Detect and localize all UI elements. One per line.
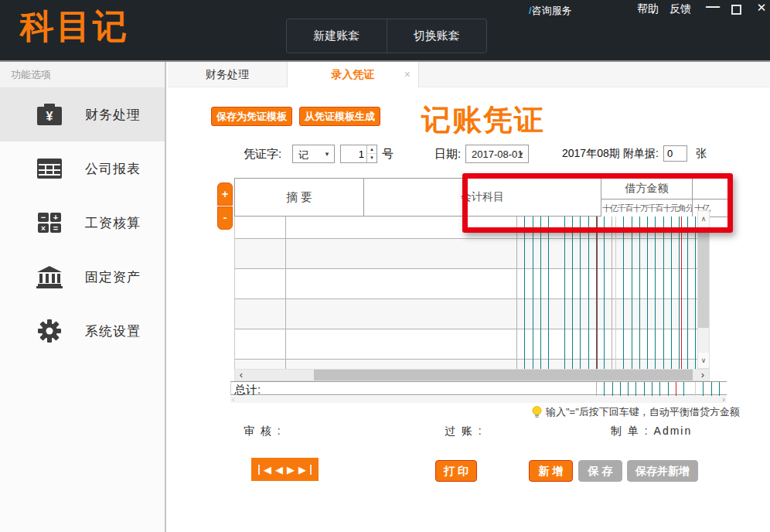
tab-label: 录入凭证 bbox=[332, 68, 375, 82]
bank-icon bbox=[36, 264, 63, 289]
period-text: 2017年08期 bbox=[562, 147, 620, 161]
column-header-credit-partial bbox=[692, 178, 731, 200]
cash-icon: ¥ bbox=[36, 102, 63, 127]
titlebar: 科目记 新建账套 切换账套 /咨询服务 帮助 反馈 — ✕ bbox=[0, 0, 770, 62]
sidebar-item-settings[interactable]: 系统设置 bbox=[0, 304, 165, 358]
gear-icon bbox=[36, 319, 63, 343]
last-record-icon[interactable]: ▶ bbox=[298, 465, 306, 475]
prev-record-icon[interactable]: ◀ bbox=[275, 465, 283, 475]
post-label: 过 账 : bbox=[445, 425, 483, 438]
spinner-up-icon[interactable]: ▲ bbox=[367, 145, 376, 154]
voucher-number-input[interactable] bbox=[341, 145, 366, 162]
total-row: 总计: bbox=[230, 381, 727, 395]
svg-text:−: − bbox=[41, 213, 46, 222]
scroll-up-icon[interactable]: ∧ bbox=[698, 211, 709, 227]
save-and-add-button[interactable]: 保存并新增 bbox=[627, 460, 698, 482]
consult-service-link[interactable]: /咨询服务 bbox=[529, 4, 572, 18]
sidebar-item-finance[interactable]: ¥ 财务处理 bbox=[0, 87, 165, 142]
tab-voucher-entry[interactable]: 录入凭证 × bbox=[288, 62, 419, 87]
grid-row[interactable] bbox=[235, 360, 697, 369]
sidebar-item-payroll[interactable]: −+×= 工资核算 bbox=[0, 196, 165, 250]
grid-row[interactable] bbox=[235, 217, 697, 239]
grid-row[interactable] bbox=[235, 329, 697, 360]
close-icon[interactable]: ✕ bbox=[754, 1, 769, 15]
attach-count-input[interactable] bbox=[663, 145, 687, 162]
sidebar-item-label: 系统设置 bbox=[85, 322, 141, 340]
service-label: 咨询服务 bbox=[532, 5, 572, 16]
grid-row[interactable] bbox=[235, 269, 697, 299]
maximize-icon[interactable] bbox=[731, 5, 741, 15]
column-header-account: 会计科目 bbox=[363, 178, 601, 217]
chevron-down-icon: ▼ bbox=[518, 151, 524, 158]
horizontal-scroll-thumb[interactable] bbox=[314, 370, 693, 380]
spinner: ▲ ▼ bbox=[366, 145, 376, 162]
tip-text: 输入"="后按下回车键，自动平衡借贷方金额 bbox=[546, 405, 740, 419]
column-header-summary: 摘 要 bbox=[234, 178, 364, 217]
page-title: 记账凭证 bbox=[421, 101, 545, 140]
grid-row[interactable] bbox=[235, 239, 697, 269]
tab-finance[interactable]: 财务处理 bbox=[168, 62, 288, 87]
date-select[interactable]: 2017-08-01 ▼ bbox=[465, 145, 529, 163]
vertical-scroll-thumb[interactable] bbox=[698, 227, 709, 328]
save-button[interactable]: 保 存 bbox=[578, 460, 622, 482]
remove-row-button[interactable]: - bbox=[217, 206, 233, 230]
new-account-set-button[interactable]: 新建账套 bbox=[287, 19, 387, 53]
voucher-word-value: 记 bbox=[298, 148, 308, 162]
sidebar: 功能选项 ¥ 财务处理 公司报表 −+×= 工资核算 固定资产 bbox=[0, 62, 166, 532]
date-label: 日期: bbox=[434, 147, 461, 162]
maker-value: Admin bbox=[654, 425, 693, 437]
horizontal-scrollbar[interactable]: ‹ › bbox=[234, 369, 710, 381]
svg-text:+: + bbox=[53, 213, 58, 222]
voucher-word-select[interactable]: 记 ▼ bbox=[292, 145, 335, 163]
account-set-group: 新建账套 切换账套 bbox=[286, 19, 487, 53]
report-icon bbox=[36, 156, 63, 181]
calculator-icon: −+×= bbox=[36, 210, 63, 235]
minimize-icon[interactable]: — bbox=[704, 0, 722, 15]
add-row-button[interactable]: + bbox=[217, 182, 233, 206]
tab-bar: 财务处理 录入凭证 × bbox=[168, 62, 770, 87]
save-as-template-button[interactable]: 保存为凭证模板 bbox=[211, 107, 292, 126]
attach-unit: 张 bbox=[696, 147, 707, 161]
attach-label: 附单据: bbox=[623, 147, 659, 161]
scroll-left-icon[interactable]: ‹ bbox=[235, 370, 247, 380]
sidebar-item-label: 财务处理 bbox=[85, 106, 141, 124]
scroll-left-icon[interactable]: ‹ bbox=[232, 394, 235, 404]
voucher-number-stepper: ▲ ▼ bbox=[340, 145, 377, 163]
scroll-right-icon[interactable]: › bbox=[697, 370, 709, 380]
tab-close-icon[interactable]: × bbox=[404, 69, 411, 80]
sidebar-item-label: 固定资产 bbox=[85, 268, 141, 286]
next-record-icon[interactable]: ▶ bbox=[287, 465, 295, 475]
app-logo: 科目记 bbox=[20, 9, 129, 43]
scroll-down-icon[interactable]: ∨ bbox=[698, 353, 709, 368]
svg-text:=: = bbox=[53, 223, 58, 233]
sidebar-item-reports[interactable]: 公司报表 bbox=[0, 142, 165, 196]
switch-account-set-button[interactable]: 切换账套 bbox=[387, 19, 487, 53]
sidebar-item-assets[interactable]: 固定资产 bbox=[0, 250, 165, 304]
vertical-scrollbar[interactable]: ∧ ∨ bbox=[697, 210, 710, 369]
voucher-grid[interactable] bbox=[234, 217, 697, 369]
record-navigator[interactable]: ◀ ◀ ▶ ▶ bbox=[251, 458, 319, 481]
total-horizontal-scrollbar[interactable]: ‹ › bbox=[230, 396, 727, 403]
app-window: 科目记 新建账套 切换账套 /咨询服务 帮助 反馈 — ✕ 功能选项 ¥ 财务处… bbox=[0, 0, 770, 532]
help-link[interactable]: 帮助 bbox=[637, 2, 659, 16]
print-button[interactable]: 打 印 bbox=[435, 460, 477, 482]
spinner-down-icon[interactable]: ▼ bbox=[367, 154, 376, 162]
grid-row[interactable] bbox=[235, 299, 697, 329]
date-value: 2017-08-01 bbox=[472, 148, 523, 160]
scroll-right-icon[interactable]: › bbox=[722, 394, 725, 404]
feedback-link[interactable]: 反馈 bbox=[669, 2, 691, 16]
add-voucher-button[interactable]: 新 增 bbox=[529, 460, 573, 482]
first-record-icon[interactable]: ◀ bbox=[264, 465, 271, 475]
debit-digit-labels: 十亿千百十万千百十元角分 bbox=[601, 199, 693, 217]
sidebar-header: 功能选项 bbox=[0, 62, 165, 87]
svg-text:×: × bbox=[41, 224, 46, 233]
column-header-debit: 借方金额 bbox=[601, 178, 693, 200]
yuan-jiao-divider bbox=[676, 382, 676, 396]
first-record-bar bbox=[258, 465, 260, 475]
grid-column-divider bbox=[285, 217, 286, 369]
from-template-button[interactable]: 从凭证模板生成 bbox=[299, 107, 380, 126]
voucher-word-label: 凭证字: bbox=[244, 147, 281, 162]
svg-text:¥: ¥ bbox=[46, 110, 53, 123]
audit-label: 审 核 : bbox=[244, 425, 282, 438]
balance-tip: 输入"="后按下回车键，自动平衡借贷方金额 bbox=[532, 405, 740, 419]
